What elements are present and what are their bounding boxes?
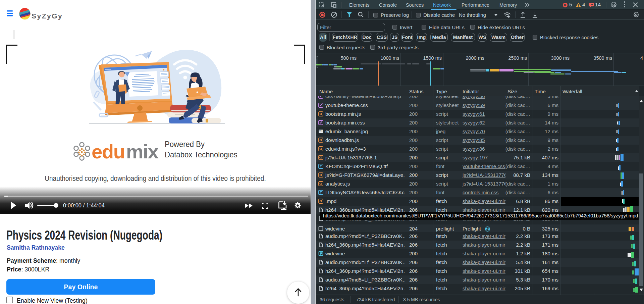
svg-text:mix: mix <box>126 141 159 162</box>
svg-text:edu: edu <box>92 141 125 162</box>
